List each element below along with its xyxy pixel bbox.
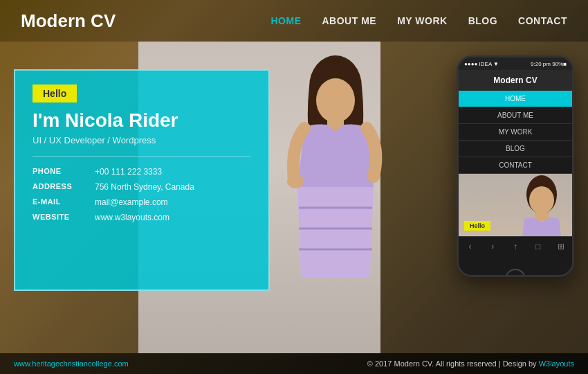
website-value: www.w3layouts.com — [95, 213, 251, 222]
footer-left-link[interactable]: www.heritagechristiancollege.com — [14, 359, 129, 368]
nav-contact[interactable]: CONTACT — [518, 15, 567, 26]
mobile-hello-badge: Hello — [464, 221, 490, 231]
mobile-nav: HOME ABOUT ME MY WORK BLOG CONTACT — [459, 91, 572, 174]
svg-point-4 — [287, 175, 304, 188]
footer-copyright: © 2017 Modern CV. All rights reserved | … — [367, 359, 574, 368]
address-value: 756 North Sydney, Canada — [95, 182, 251, 192]
footer: www.heritagechristiancollege.com © 2017 … — [0, 353, 588, 374]
svg-point-2 — [316, 78, 355, 123]
design-link[interactable]: W3layouts — [539, 359, 574, 368]
email-value: mail@example.com — [95, 197, 251, 207]
mobile-share-icon[interactable]: ↑ — [510, 241, 521, 252]
mobile-nav-about[interactable]: ABOUT ME — [459, 107, 572, 124]
hello-badge: Hello — [33, 84, 77, 103]
mobile-home-button[interactable] — [505, 269, 526, 277]
contact-info: PHONE +00 111 222 3333 ADDRESS 756 North… — [33, 167, 251, 222]
mobile-nav-home[interactable]: HOME — [459, 91, 572, 107]
card-divider — [33, 156, 251, 157]
nav-work[interactable]: MY WORK — [397, 15, 447, 26]
address-label: ADDRESS — [33, 182, 88, 192]
mobile-nav-work[interactable]: MY WORK — [459, 124, 572, 141]
info-card: Hello I'm Nicola Rider UI / UX Developer… — [14, 69, 270, 291]
mobile-back-icon[interactable]: ‹ — [464, 241, 475, 252]
phone-label: PHONE — [33, 167, 88, 177]
phone-value: +00 111 222 3333 — [95, 167, 251, 177]
mobile-bookmark-icon[interactable]: □ — [533, 241, 544, 252]
mobile-nav-blog[interactable]: BLOG — [459, 141, 572, 157]
person-image — [266, 48, 405, 277]
svg-point-6 — [529, 186, 554, 214]
main-nav: HOME ABOUT ME MY WORK BLOG CONTACT — [271, 15, 568, 26]
nav-home[interactable]: HOME — [271, 15, 302, 26]
copyright-text: © 2017 Modern CV. All rights reserved | … — [367, 359, 537, 368]
mobile-status-right: 9:20 pm 90%■ — [531, 61, 567, 67]
mobile-person-area: Hello — [459, 174, 572, 236]
mobile-logo: Modern CV — [464, 75, 567, 85]
mobile-mockup: ●●●● IDEA ▼ 9:20 pm 90%■ Modern CV HOME … — [457, 55, 574, 277]
nav-blog[interactable]: BLOG — [468, 15, 497, 26]
site-logo: Modern CV — [21, 10, 271, 32]
main-content: Hello I'm Nicola Rider UI / UX Developer… — [0, 42, 588, 353]
email-label: E-MAIL — [33, 197, 88, 207]
mobile-status-bar: ●●●● IDEA ▼ 9:20 pm 90%■ — [459, 57, 572, 70]
nav-about[interactable]: ABOUT ME — [322, 15, 377, 26]
mobile-tabs-icon[interactable]: ⊞ — [555, 241, 567, 252]
mobile-status-left: ●●●● IDEA ▼ — [464, 61, 499, 67]
mobile-bottom-bar: ‹ › ↑ □ ⊞ — [459, 236, 572, 256]
mobile-forward-icon[interactable]: › — [487, 241, 498, 252]
mobile-header: Modern CV — [459, 70, 572, 91]
mobile-nav-contact[interactable]: CONTACT — [459, 157, 572, 174]
person-role: UI / UX Developer / Wordpress — [33, 135, 251, 145]
person-name: I'm Nicola Rider — [33, 109, 251, 132]
website-label: WEBSITE — [33, 213, 88, 222]
header: Modern CV HOME ABOUT ME MY WORK BLOG CON… — [0, 0, 588, 42]
mobile-content: Modern CV HOME ABOUT ME MY WORK BLOG CON… — [459, 70, 572, 267]
